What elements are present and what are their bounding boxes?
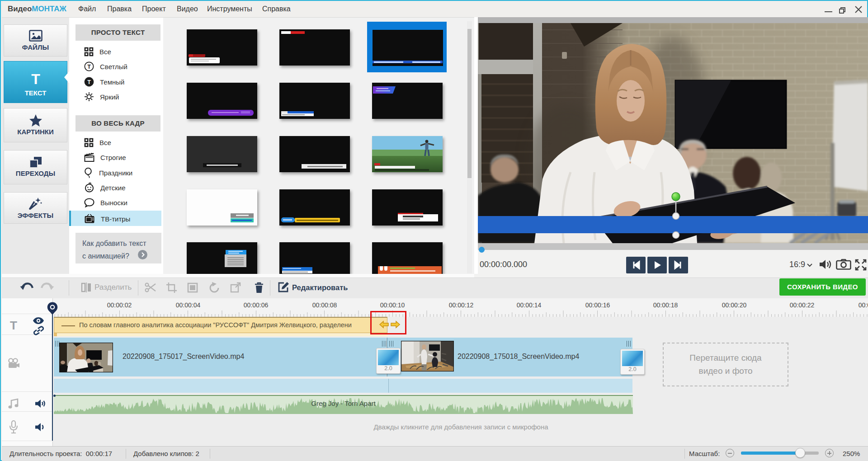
svg-text:T: T bbox=[87, 79, 91, 85]
svg-text:T: T bbox=[87, 64, 91, 70]
svg-text:T: T bbox=[31, 71, 40, 87]
